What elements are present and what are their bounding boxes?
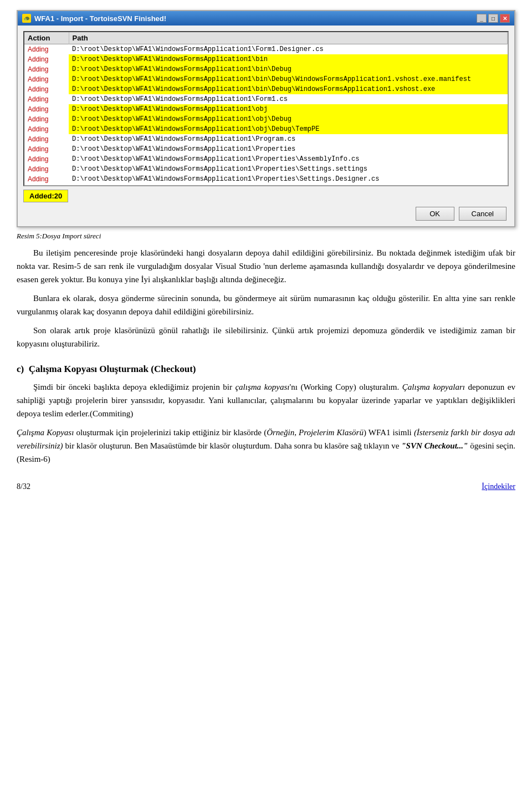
table-row: AddingD:\root\Desktop\WFA1\WindowsFormsA… <box>24 184 508 186</box>
cell-path: D:\root\Desktop\WFA1\WindowsFormsApplica… <box>69 144 508 154</box>
cell-action: Adding <box>24 114 69 124</box>
section-c-paragraph-2: Çalışma Kopyası oluşturmak için projeler… <box>17 426 515 466</box>
cell-path: D:\root\Desktop\WFA1\WindowsFormsApplica… <box>69 154 508 164</box>
cell-action: Adding <box>24 54 69 64</box>
paragraph-1: Bu iletişim penceresinde proje klasöründ… <box>17 246 515 286</box>
status-bar: Added:20 <box>23 190 509 202</box>
table-row: AddingD:\root\Desktop\WFA1\WindowsFormsA… <box>24 154 508 164</box>
cell-action: Adding <box>24 74 69 84</box>
cell-path: D:\root\Desktop\WFA1\WindowsFormsApplica… <box>69 64 508 74</box>
cell-action: Adding <box>24 44 69 55</box>
page-number: 8/32 <box>17 482 30 491</box>
col-path-header: Path <box>69 32 508 44</box>
cell-path: D:\root\Desktop\WFA1\WindowsFormsApplica… <box>69 54 508 64</box>
table-row: AddingD:\root\Desktop\WFA1\WindowsFormsA… <box>24 74 508 84</box>
paragraph-2: Bunlara ek olarak, dosya gönderme süreci… <box>17 292 515 318</box>
cell-path: D:\root\Desktop\WFA1\WindowsFormsApplica… <box>69 94 508 104</box>
table-row: AddingD:\root\Desktop\WFA1\WindowsFormsA… <box>24 104 508 114</box>
cell-path: D:\root\Desktop\WFA1\WindowsFormsApplica… <box>69 114 508 124</box>
cell-path: D:\root\Desktop\WFA1\WindowsFormsApplica… <box>69 164 508 174</box>
cell-action: Adding <box>24 104 69 114</box>
cell-action: Adding <box>24 124 69 134</box>
window-title: WFA1 - Import - TortoiseSVN Finished! <box>34 14 166 23</box>
paragraph-3: Son olarak artık proje klasörünüzü gönül… <box>17 324 515 350</box>
restore-button[interactable]: □ <box>488 14 498 23</box>
window-app-icon: 🐢 <box>22 14 31 23</box>
ok-button[interactable]: OK <box>416 207 454 221</box>
col-action-header: Action <box>24 32 69 44</box>
cell-path: D:\root\Desktop\WFA1\WindowsFormsApplica… <box>69 84 508 94</box>
table-row: AddingD:\root\Desktop\WFA1\WindowsFormsA… <box>24 114 508 124</box>
body-text-block: Bu iletişim penceresinde proje klasöründ… <box>17 246 515 350</box>
minimize-button[interactable]: _ <box>477 14 487 23</box>
added-count-badge: Added:20 <box>23 190 68 202</box>
table-header-row: Action Path <box>24 32 508 44</box>
cell-path: D:\root\Desktop\WFA1\WindowsFormsApplica… <box>69 124 508 134</box>
dialog-buttons: OK Cancel <box>23 207 509 221</box>
cell-action: Adding <box>24 84 69 94</box>
cell-action: Adding <box>24 144 69 154</box>
section-c-body: Şimdi bir önceki başlıkta depoya eklediğ… <box>17 380 515 466</box>
cell-path: D:\root\Desktop\WFA1\WindowsFormsApplica… <box>69 104 508 114</box>
table-row: AddingD:\root\Desktop\WFA1\WindowsFormsA… <box>24 164 508 174</box>
cell-action: Adding <box>24 164 69 174</box>
table-row: AddingD:\root\Desktop\WFA1\WindowsFormsA… <box>24 124 508 134</box>
window-titlebar: 🐢 WFA1 - Import - TortoiseSVN Finished! … <box>18 11 514 26</box>
cell-path: D:\root\Desktop\WFA1\WindowsFormsApplica… <box>69 184 508 186</box>
image-caption: Resim 5:Dosya Import süreci <box>17 232 515 241</box>
window-body: Action Path AddingD:\root\Desktop\WFA1\W… <box>18 26 514 226</box>
cell-path: D:\root\Desktop\WFA1\WindowsFormsApplica… <box>69 44 508 55</box>
cell-action: Adding <box>24 134 69 144</box>
table-row: AddingD:\root\Desktop\WFA1\WindowsFormsA… <box>24 44 508 55</box>
table-row: AddingD:\root\Desktop\WFA1\WindowsFormsA… <box>24 174 508 184</box>
section-c-heading: c) Çalışma Kopyası Oluşturmak (Checkout) <box>17 364 515 375</box>
window-controls: _ □ ✕ <box>477 14 510 23</box>
file-list-scroll[interactable]: Action Path AddingD:\root\Desktop\WFA1\W… <box>23 31 509 186</box>
table-row: AddingD:\root\Desktop\WFA1\WindowsFormsA… <box>24 134 508 144</box>
table-of-contents-link[interactable]: İçindekiler <box>482 482 515 491</box>
cancel-button[interactable]: Cancel <box>459 207 507 221</box>
file-rows: AddingD:\root\Desktop\WFA1\WindowsFormsA… <box>24 44 508 187</box>
file-table: Action Path AddingD:\root\Desktop\WFA1\W… <box>24 32 508 186</box>
cell-path: D:\root\Desktop\WFA1\WindowsFormsApplica… <box>69 74 508 84</box>
cell-action: Adding <box>24 174 69 184</box>
section-c-paragraph-1: Şimdi bir önceki başlıkta depoya eklediğ… <box>17 380 515 420</box>
cell-action: Adding <box>24 184 69 186</box>
table-row: AddingD:\root\Desktop\WFA1\WindowsFormsA… <box>24 94 508 104</box>
page-footer: 8/32 İçindekiler <box>17 482 515 491</box>
cell-action: Adding <box>24 64 69 74</box>
cell-action: Adding <box>24 94 69 104</box>
tortoise-svn-window: 🐢 WFA1 - Import - TortoiseSVN Finished! … <box>17 10 515 227</box>
table-row: AddingD:\root\Desktop\WFA1\WindowsFormsA… <box>24 64 508 74</box>
titlebar-left: 🐢 WFA1 - Import - TortoiseSVN Finished! <box>22 14 166 23</box>
cell-path: D:\root\Desktop\WFA1\WindowsFormsApplica… <box>69 174 508 184</box>
close-button[interactable]: ✕ <box>500 14 510 23</box>
table-row: AddingD:\root\Desktop\WFA1\WindowsFormsA… <box>24 54 508 64</box>
cell-action: Adding <box>24 154 69 164</box>
table-row: AddingD:\root\Desktop\WFA1\WindowsFormsA… <box>24 144 508 154</box>
table-row: AddingD:\root\Desktop\WFA1\WindowsFormsA… <box>24 84 508 94</box>
cell-path: D:\root\Desktop\WFA1\WindowsFormsApplica… <box>69 134 508 144</box>
